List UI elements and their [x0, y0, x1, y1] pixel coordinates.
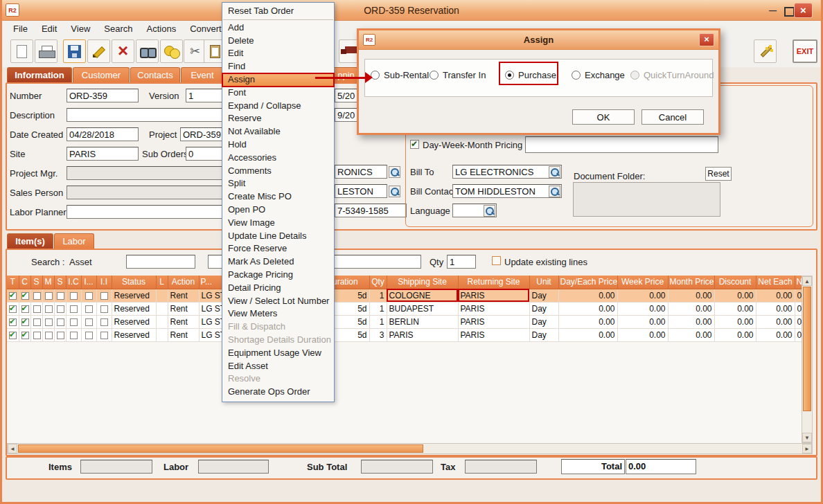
- exit-button[interactable]: EXIT: [793, 39, 817, 63]
- menu-item-package-pricing[interactable]: Package Pricing: [222, 269, 334, 282]
- row-checkbox[interactable]: [85, 292, 93, 300]
- radio-option-exchange[interactable]: Exchange: [572, 70, 625, 80]
- menu-item-force-reserve[interactable]: Force Reserve: [222, 242, 334, 255]
- col-net-each[interactable]: Net Each: [756, 276, 795, 289]
- tab-customer[interactable]: Customer: [73, 67, 130, 82]
- save-button[interactable]: [63, 39, 86, 63]
- row-checkbox[interactable]: [85, 318, 93, 326]
- ship-to-search-icon[interactable]: [389, 166, 400, 178]
- delete-button[interactable]: [112, 39, 134, 63]
- row-checkbox[interactable]: [100, 292, 108, 300]
- row-checkbox[interactable]: [21, 292, 29, 300]
- row-checkbox[interactable]: [9, 318, 17, 326]
- tab-event[interactable]: Event: [181, 67, 224, 82]
- radio-option-transfer-in[interactable]: Transfer In: [430, 70, 486, 80]
- menu-item-expand-collapse[interactable]: Expand / Collapse: [222, 100, 334, 113]
- col-returning-site[interactable]: Returning Site: [458, 276, 529, 289]
- radio-option-sub-rental[interactable]: Sub-Rental: [371, 70, 429, 80]
- row-checkbox[interactable]: [33, 318, 41, 326]
- tab-information[interactable]: Information: [7, 67, 72, 82]
- row-checkbox[interactable]: [100, 305, 108, 313]
- menu-item-split[interactable]: Split: [222, 177, 334, 190]
- menu-item-font[interactable]: Font: [222, 87, 334, 100]
- menu-item-view-select-lot-number[interactable]: View / Select Lot Number: [222, 295, 334, 308]
- menu-item-detail-pricing[interactable]: Detail Pricing: [222, 282, 334, 295]
- scroll-down-icon[interactable]: [802, 433, 812, 442]
- horizontal-scroll-thumb[interactable]: [18, 444, 423, 453]
- menu-item-comments[interactable]: Comments: [222, 165, 334, 178]
- row-checkbox[interactable]: [21, 318, 29, 326]
- menu-item-assign[interactable]: Assign: [222, 73, 334, 87]
- horizontal-scrollbar[interactable]: [7, 443, 813, 454]
- table-row[interactable]: Reserved Rent LG ST 5d 1 COLOGNE PARIS D…: [7, 289, 802, 302]
- currency-button[interactable]: [160, 39, 183, 63]
- ok-button[interactable]: OK: [572, 109, 635, 125]
- date-created-field[interactable]: [67, 127, 139, 141]
- menu-item-edit[interactable]: Edit: [222, 47, 334, 60]
- col-month-price[interactable]: Month Price: [668, 276, 714, 289]
- reset-button[interactable]: Reset: [705, 167, 732, 181]
- row-checkbox[interactable]: [100, 332, 108, 339]
- menu-item-reserve[interactable]: Reserve: [222, 112, 334, 125]
- ship-contact-field-fragment[interactable]: [335, 184, 387, 198]
- col-discount[interactable]: Discount: [714, 276, 756, 289]
- scroll-right-icon[interactable]: [802, 444, 812, 453]
- vertical-scroll-thumb[interactable]: [803, 287, 811, 411]
- vertical-scrollbar[interactable]: [802, 276, 813, 443]
- ship-contact-search-icon[interactable]: [389, 186, 400, 197]
- col-s2[interactable]: S: [54, 276, 66, 289]
- col-s1[interactable]: S: [30, 276, 42, 289]
- col-qty[interactable]: Qty: [369, 276, 387, 289]
- col-ii[interactable]: I.I: [96, 276, 112, 289]
- col-ne[interactable]: Ne: [795, 276, 802, 289]
- col-status[interactable]: Status: [112, 276, 156, 289]
- row-checkbox[interactable]: [45, 332, 53, 339]
- menu-search[interactable]: Search: [97, 22, 139, 35]
- menu-item-not-available[interactable]: Not Available: [222, 125, 334, 138]
- scroll-left-icon[interactable]: [8, 444, 17, 453]
- update-existing-lines-checkbox[interactable]: [492, 256, 501, 265]
- row-checkbox[interactable]: [9, 305, 17, 313]
- bill-to-search-icon[interactable]: [549, 166, 560, 178]
- col-day-each-price[interactable]: Day/Each Price: [558, 276, 617, 289]
- wide-field[interactable]: [525, 136, 718, 153]
- minimize-button[interactable]: [768, 6, 780, 17]
- site-field[interactable]: [67, 147, 139, 161]
- row-checkbox[interactable]: [9, 292, 17, 300]
- menu-item-edit-asset[interactable]: Edit Asset: [222, 360, 334, 373]
- menu-item-find[interactable]: Find: [222, 60, 334, 73]
- scroll-up-icon[interactable]: [802, 276, 812, 286]
- row-checkbox[interactable]: [45, 318, 53, 326]
- row-checkbox[interactable]: [70, 292, 78, 300]
- menu-view[interactable]: View: [64, 22, 97, 35]
- menu-item-accessories[interactable]: Accessories: [222, 152, 334, 165]
- menu-item-view-meters[interactable]: View Meters: [222, 307, 334, 321]
- col-m[interactable]: M: [42, 276, 54, 289]
- row-checkbox[interactable]: [57, 305, 64, 313]
- row-checkbox[interactable]: [85, 332, 93, 339]
- radio-icon[interactable]: [572, 71, 581, 80]
- row-checkbox[interactable]: [57, 318, 64, 326]
- menu-item-update-line-details[interactable]: Update Line Details: [222, 230, 334, 243]
- col-c[interactable]: C: [19, 276, 30, 289]
- print-button[interactable]: [35, 39, 57, 63]
- col-idots[interactable]: I...: [81, 276, 96, 289]
- menu-item-reset-tab-order[interactable]: Reset Tab Order: [222, 5, 334, 18]
- tab-contacts[interactable]: Contacts: [130, 67, 180, 82]
- row-checkbox[interactable]: [45, 292, 53, 300]
- menu-item-delete[interactable]: Delete: [222, 35, 334, 48]
- dialog-titlebar[interactable]: R2 Assign: [359, 30, 718, 50]
- project-mgr-field[interactable]: [67, 166, 223, 180]
- menu-item-view-image[interactable]: View Image: [222, 217, 334, 230]
- row-checkbox[interactable]: [9, 332, 17, 339]
- tab-items[interactable]: Item(s): [7, 233, 53, 249]
- new-document-button[interactable]: [10, 39, 33, 63]
- description-field[interactable]: [67, 108, 223, 122]
- tab-labor[interactable]: Labor: [54, 233, 94, 249]
- menu-item-add[interactable]: Add: [222, 21, 334, 35]
- menu-file[interactable]: File: [6, 22, 35, 35]
- language-search-icon[interactable]: [484, 205, 495, 217]
- table-row[interactable]: Reserved Rent LG ST 5d 3 PARIS PARIS Day…: [7, 328, 802, 341]
- row-checkbox[interactable]: [57, 332, 64, 339]
- col-ic[interactable]: I.C: [66, 276, 81, 289]
